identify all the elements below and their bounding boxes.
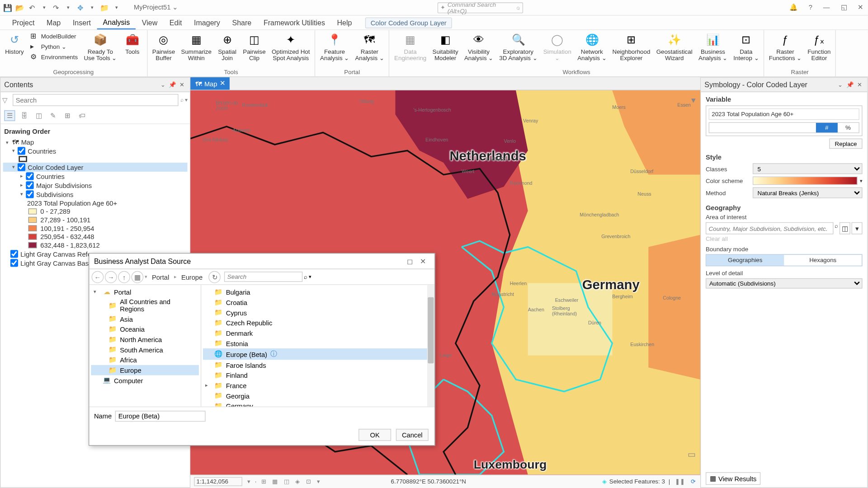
list-item[interactable]: 🌐Europe (Beta) ⓘ	[203, 348, 433, 359]
dialog-search-input[interactable]	[224, 272, 302, 282]
tree-south-america[interactable]: 📁South America	[91, 344, 199, 355]
save-icon[interactable]: 💾	[2, 2, 13, 13]
list-item[interactable]: 📁Denmark	[203, 328, 433, 338]
undo-dropdown[interactable]: ▾	[38, 2, 49, 13]
feature-analysis-button[interactable]: 📍FeatureAnalysis ⌄	[318, 31, 352, 62]
dialog-close-icon[interactable]: ✕	[416, 257, 429, 266]
data-interop-button[interactable]: ⊡DataInterop ⌄	[731, 31, 761, 62]
raster-functions-button[interactable]: ƒRasterFunctions ⌄	[767, 31, 804, 62]
modelbuilder[interactable]: ⊞ModelBuilder	[28, 31, 80, 41]
map-tab[interactable]: 🗺 Map ✕	[190, 77, 230, 90]
tab-edit[interactable]: Edit	[164, 17, 188, 29]
add-data-icon[interactable]: 📁	[99, 2, 110, 13]
aoi-dropdown-icon[interactable]: ▾	[852, 222, 863, 235]
name-input[interactable]	[115, 410, 206, 421]
tree-portal[interactable]: ▾☁Portal	[91, 287, 199, 297]
command-search[interactable]: Command Search (Alt+Q)	[437, 2, 523, 13]
selected-features[interactable]: ◈ Selected Features: 3	[602, 478, 665, 485]
contents-close-icon[interactable]: ✕	[178, 81, 186, 88]
list-by-labeling-icon[interactable]: 🏷	[76, 110, 87, 121]
tab-analysis[interactable]: Analysis	[97, 16, 136, 29]
tab-framework[interactable]: Framework Utilities	[258, 17, 331, 29]
constraints-icon[interactable]: ◫	[283, 478, 290, 485]
scale-display[interactable]: 1:1,142,056	[194, 477, 242, 486]
history-button[interactable]: ↺History	[2, 31, 26, 56]
list-by-source-icon[interactable]: 🗄	[19, 110, 29, 121]
pause-icon[interactable]: ❚❚	[674, 478, 686, 485]
dialog-maximize-icon[interactable]: ◻	[403, 257, 416, 266]
contents-search-input[interactable]	[13, 94, 179, 106]
geostatistical-button[interactable]: ✨GeostatisticalWizard	[654, 31, 695, 62]
search-glass-icon[interactable]: ⌕	[180, 97, 184, 103]
tab-project[interactable]: Project	[6, 17, 40, 29]
raster-analysis-button[interactable]: 🗺RasterAnalysis ⌄	[353, 31, 387, 62]
list-by-drawing-icon[interactable]: ☰	[4, 110, 15, 121]
color-ramp[interactable]	[753, 177, 858, 185]
explore-dropdown[interactable]: ▾	[87, 2, 98, 13]
inference-icon[interactable]: ⊡	[305, 478, 312, 485]
cancel-button[interactable]: Cancel	[396, 429, 429, 441]
list-item[interactable]: 📁Faroe Islands	[203, 360, 433, 370]
simulation-button[interactable]: ◯Simulation⌄	[541, 31, 574, 62]
list-by-editing-icon[interactable]: ✎	[47, 110, 58, 121]
tools[interactable]: 🧰Tools	[120, 31, 144, 56]
help-icon[interactable]: ?	[806, 4, 815, 11]
redo-icon[interactable]: ↷	[51, 2, 61, 13]
filter-icon[interactable]: ▽	[2, 96, 11, 104]
restore-icon[interactable]: ◱	[838, 4, 849, 11]
python[interactable]: ▸Python ⌄	[28, 42, 80, 51]
tab-share[interactable]: Share	[226, 17, 257, 29]
explore-icon[interactable]: ✥	[75, 2, 85, 13]
tree-countries[interactable]: ▾Countries	[3, 146, 188, 155]
business-button[interactable]: 📊BusinessAnalysis ⌄	[696, 31, 730, 62]
tree-europe[interactable]: 📁Europe	[91, 365, 199, 375]
list-by-snapping-icon[interactable]: ⊞	[62, 110, 73, 121]
list-item[interactable]: ▸📁France	[203, 380, 433, 390]
tab-view[interactable]: View	[136, 17, 163, 29]
nav-back-icon[interactable]: ←	[92, 271, 104, 283]
lod-select[interactable]: Automatic (Subdivisions)	[706, 278, 863, 289]
boundary-hexagons[interactable]: Hexagons	[784, 255, 862, 266]
visibility-button[interactable]: 👁VisibilityAnalysis ⌄	[462, 31, 496, 62]
info-icon[interactable]: ⓘ	[270, 349, 277, 358]
nav-view-icon[interactable]: ▦	[132, 271, 144, 283]
variable-value[interactable]: 2023 Total Population Age 60+	[709, 108, 859, 120]
list-item[interactable]: 📁Cyprus	[203, 307, 433, 318]
tree-all-countries[interactable]: 📁All Countries and Regions	[91, 297, 199, 314]
project-title[interactable]: MyProject51 ⌄	[134, 4, 178, 11]
list-item[interactable]: 📁Georgia	[203, 390, 433, 401]
data-engineering-button[interactable]: ▦DataEngineering	[392, 31, 429, 62]
pairwise-buffer-button[interactable]: ◎PairwiseBuffer	[150, 31, 177, 62]
open-icon[interactable]: 📂	[14, 2, 25, 13]
list-item[interactable]: 📁Germany	[203, 400, 433, 406]
ok-button[interactable]: OK	[359, 429, 391, 441]
tab-map[interactable]: Map	[41, 17, 67, 29]
tab-help[interactable]: Help	[331, 17, 358, 29]
pill-percent[interactable]: %	[837, 123, 859, 132]
notifications-icon[interactable]: 🔔	[787, 4, 800, 11]
redo-dropdown[interactable]: ▾	[63, 2, 74, 13]
function-editor-button[interactable]: ƒₓFunctionEditor	[805, 31, 833, 62]
list-item[interactable]: 📁Finland	[203, 370, 433, 380]
crumb-europe[interactable]: Europe	[178, 273, 206, 281]
replace-button[interactable]: Replace	[830, 139, 863, 149]
tree-ccl[interactable]: ▾Color Coded Layer	[3, 163, 188, 172]
classes-select[interactable]: 5	[753, 163, 863, 174]
map-nav-icon[interactable]: ▾	[691, 95, 695, 105]
dropdown-icon[interactable]: ▾	[316, 478, 321, 485]
scrollbar-thumb[interactable]	[428, 297, 434, 363]
neighborhood-button[interactable]: ⊞NeighborhoodExplorer	[610, 31, 652, 62]
spatial-join-button[interactable]: ⊕SpatialJoin	[215, 31, 239, 62]
contents-pin-icon[interactable]: 📌	[167, 81, 178, 88]
hotspot-button[interactable]: ✦Optimized HotSpot Analysis	[269, 31, 312, 62]
legend-row[interactable]: 100,191 - 250,954	[3, 224, 188, 233]
list-item[interactable]: 📁Croatia	[203, 297, 433, 307]
suitability-button[interactable]: ◧SuitabilityModeler	[430, 31, 461, 62]
tree-computer[interactable]: 💻Computer	[91, 375, 199, 385]
tree-asia[interactable]: 📁Asia	[91, 314, 199, 324]
refresh-icon[interactable]: ⟳	[689, 478, 697, 485]
symb-options-icon[interactable]: ⌄	[836, 81, 844, 88]
tab-imagery[interactable]: Imagery	[188, 17, 226, 29]
nav-forward-icon[interactable]: →	[105, 271, 117, 283]
nav-up-icon[interactable]: ↑	[118, 271, 130, 283]
